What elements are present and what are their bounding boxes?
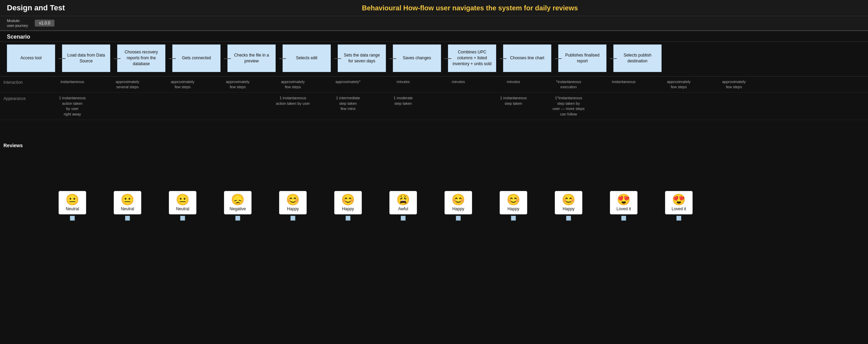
step-item-4: Gets connected [169,44,224,72]
emoji-label-9: Happy [563,206,575,211]
step-card-10: Chooses line chart [503,44,551,72]
interaction-label: Interaction [3,79,45,85]
step-card-11: Publishes finalised report [558,44,606,72]
emoji-icon-8: 😊 [507,194,520,205]
cell-appearance-2 [155,95,210,118]
cell-interaction-6: minutes [376,79,431,91]
cell-appearance-0: 1 instantaneous action taken by user rig… [45,95,100,118]
review-cell-8: 😊Happy [486,191,541,221]
step-card-12: Selects publish destination [613,44,662,72]
emoji-card-0: 😐Neutral [59,191,86,214]
reviews-label: Reviews [3,122,45,148]
cell-interaction-1: approximately several steps [100,79,155,91]
step-item-2: Load data from Data Source [59,44,114,72]
step-connector-9 [500,58,507,59]
emoji-indicator-1 [125,216,130,221]
cell-appearance-9: 1*instantaneous step taken by user — mor… [541,95,596,118]
step-item-10: Chooses line chart [500,44,555,72]
cell-appearance-8: 1 instantaneous step taken [486,95,541,118]
step-card-6: Selects edit [283,44,331,72]
reviews-row: Reviews 😐Neutral😐Neutral😐Neutral😞Negativ… [0,120,868,224]
cell-appearance-3 [210,95,265,118]
emoji-indicator-8 [511,216,516,221]
step-item-3: Chooses recovery reports from the databa… [114,44,169,72]
review-cell-11: 😍Loved it [651,191,706,221]
step-card-1: Access tool [7,44,55,72]
interaction-row: Interaction instantaneousapproximately s… [0,77,868,93]
emoji-icon-6: 😩 [396,194,410,205]
step-connector-10 [555,58,562,59]
step-card-3: Chooses recovery reports from the databa… [117,44,165,72]
step-connector-1 [59,58,65,59]
step-item-7: Sets the data range for seven days [334,44,389,72]
step-card-4: Gets connected [172,44,221,72]
emoji-label-11: Loved it [672,206,686,211]
emoji-icon-11: 😍 [672,194,686,205]
review-cell-0: 😐Neutral [45,191,100,221]
emoji-indicator-0 [70,216,75,221]
step-item-1: Access tool [3,44,59,72]
emoji-icon-10: 😍 [617,194,631,205]
cell-appearance-1 [100,95,155,118]
step-connector-6 [334,58,341,59]
emoji-label-10: Loved it [616,206,631,211]
review-cell-9: 😊Happy [541,191,596,221]
emoji-label-3: Negative [229,206,246,211]
cell-interaction-10: instantaneous [596,79,651,91]
emoji-label-6: Awful [398,206,408,211]
review-cell-10: 😍Loved it [596,191,651,221]
emoji-indicator-10 [621,216,626,221]
cell-interaction-9: *instantaneous execution [541,79,596,91]
emoji-card-6: 😩Awful [389,191,417,214]
emoji-indicator-3 [235,216,240,221]
cell-interaction-2: approximately few steps [155,79,210,91]
emoji-label-2: Neutral [176,206,190,211]
emoji-label-7: Happy [452,206,464,211]
emoji-indicator-4 [290,216,295,221]
review-cell-6: 😩Awful [376,191,431,221]
emoji-icon-2: 😐 [176,194,190,205]
step-item-9: Combines UPC columns + listed inventory … [445,44,500,72]
emoji-card-7: 😊Happy [445,191,472,214]
emoji-icon-0: 😐 [65,194,79,205]
cell-appearance-10 [596,95,651,118]
cell-appearance-11 [651,95,706,118]
emoji-card-5: 😊Happy [334,191,362,214]
cell-interaction-11: approximately few steps [651,79,706,91]
step-item-8: Saves changes [389,44,445,72]
emoji-indicator-9 [566,216,571,221]
cell-interaction-4: approximately few steps [265,79,320,91]
page-subtitle: Behavioural How-flow user navigates the … [79,4,861,12]
cell-interaction-8: minutes [486,79,541,91]
cell-appearance-6: 1 moderate step taken [376,95,431,118]
sub-header: Module: user-journey v1.0.0 [0,16,868,31]
review-cell-1: 😐Neutral [100,191,155,221]
emoji-label-1: Neutral [121,206,134,211]
cell-interaction-5: approximately* [320,79,376,91]
step-item-11: Publishes finalised report [555,44,610,72]
emoji-indicator-6 [401,216,406,221]
step-connector-7 [389,58,396,59]
emoji-card-1: 😐Neutral [114,191,141,214]
emoji-card-4: 😊Happy [279,191,307,214]
cell-interaction-0: instantaneous [45,79,100,91]
page-title: Design and Test [7,3,65,12]
page: Design and Test Behavioural How-flow use… [0,0,868,344]
review-cell-3: 😞Negative [210,191,265,221]
cell-appearance-4: 1 instantaneous action taken by user [265,95,320,118]
emoji-label-0: Neutral [66,206,79,211]
appearance-row: Appearance 1 instantaneous action taken … [0,93,868,120]
step-item-6: Selects edit [279,44,334,72]
emoji-card-8: 😊Happy [500,191,527,214]
cell-appearance-7 [431,95,486,118]
step-connector-2 [114,58,121,59]
cell-interaction-7: minutes [431,79,486,91]
review-cell-2: 😐Neutral [155,191,210,221]
section-steps-label: Scenario [0,31,868,42]
review-cell-4: 😊Happy [265,191,320,221]
emoji-card-9: 😊Happy [555,191,582,214]
review-cell-7: 😊Happy [431,191,486,221]
cell-appearance-12 [706,95,762,118]
appearance-label: Appearance [3,95,45,101]
step-card-9: Combines UPC columns + listed inventory … [448,44,496,72]
